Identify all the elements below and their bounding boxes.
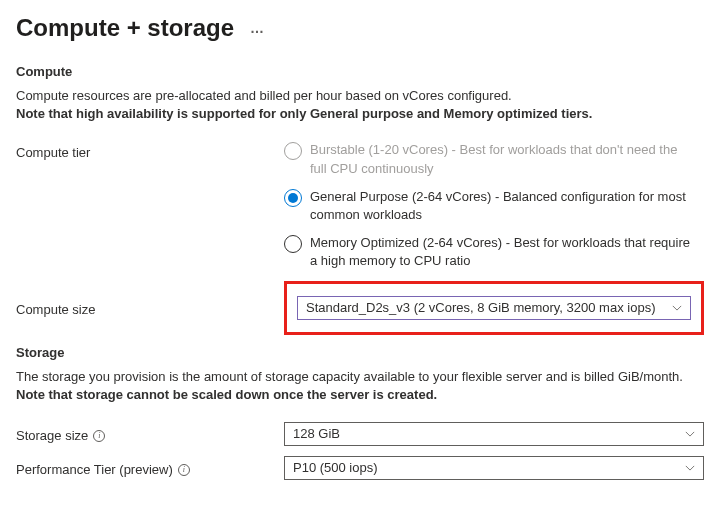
- compute-size-dropdown[interactable]: Standard_D2s_v3 (2 vCores, 8 GiB memory,…: [297, 296, 691, 320]
- compute-tier-memory[interactable]: Memory Optimized (2-64 vCores) - Best fo…: [284, 234, 704, 270]
- storage-heading: Storage: [16, 345, 704, 360]
- radio-label: General Purpose (2-64 vCores) - Balanced…: [310, 188, 704, 224]
- chevron-down-icon: [685, 463, 695, 473]
- page-title-text: Compute + storage: [16, 14, 234, 42]
- info-icon[interactable]: i: [178, 464, 190, 476]
- page-title: Compute + storage …: [16, 14, 704, 42]
- storage-size-row: Storage size i 128 GiB: [16, 422, 704, 446]
- radio-icon: [284, 235, 302, 253]
- radio-icon: [284, 142, 302, 160]
- more-actions-ellipsis[interactable]: …: [250, 20, 266, 36]
- performance-tier-value: P10 (500 iops): [293, 460, 378, 475]
- compute-tier-general[interactable]: General Purpose (2-64 vCores) - Balanced…: [284, 188, 704, 224]
- compute-tier-label: Compute tier: [16, 141, 284, 160]
- compute-size-highlight: Standard_D2s_v3 (2 vCores, 8 GiB memory,…: [284, 281, 704, 335]
- storage-desc-line1: The storage you provision is the amount …: [16, 369, 683, 384]
- performance-tier-label-text: Performance Tier (preview): [16, 462, 173, 477]
- radio-label: Burstable (1-20 vCores) - Best for workl…: [310, 141, 704, 177]
- performance-tier-dropdown[interactable]: P10 (500 iops): [284, 456, 704, 480]
- compute-section: Compute Compute resources are pre-alloca…: [16, 64, 704, 335]
- storage-size-dropdown[interactable]: 128 GiB: [284, 422, 704, 446]
- storage-section: Storage The storage you provision is the…: [16, 345, 704, 480]
- radio-label: Memory Optimized (2-64 vCores) - Best fo…: [310, 234, 704, 270]
- compute-size-label: Compute size: [16, 298, 284, 317]
- compute-tier-radio-group: Burstable (1-20 vCores) - Best for workl…: [284, 141, 704, 270]
- storage-size-value: 128 GiB: [293, 426, 340, 441]
- compute-tier-burstable: Burstable (1-20 vCores) - Best for workl…: [284, 141, 704, 177]
- storage-size-label: Storage size i: [16, 424, 284, 443]
- performance-tier-label: Performance Tier (preview) i: [16, 458, 284, 477]
- compute-heading: Compute: [16, 64, 704, 79]
- compute-size-row: Compute size Standard_D2s_v3 (2 vCores, …: [16, 281, 704, 335]
- compute-description: Compute resources are pre-allocated and …: [16, 87, 704, 123]
- storage-description: The storage you provision is the amount …: [16, 368, 704, 404]
- chevron-down-icon: [672, 303, 682, 313]
- storage-desc-line2: Note that storage cannot be scaled down …: [16, 387, 437, 402]
- storage-size-label-text: Storage size: [16, 428, 88, 443]
- chevron-down-icon: [685, 429, 695, 439]
- performance-tier-row: Performance Tier (preview) i P10 (500 io…: [16, 456, 704, 480]
- compute-desc-line1: Compute resources are pre-allocated and …: [16, 88, 512, 103]
- info-icon[interactable]: i: [93, 430, 105, 442]
- compute-desc-line2: Note that high availability is supported…: [16, 106, 592, 121]
- radio-icon: [284, 189, 302, 207]
- compute-size-value: Standard_D2s_v3 (2 vCores, 8 GiB memory,…: [306, 300, 655, 315]
- compute-tier-row: Compute tier Burstable (1-20 vCores) - B…: [16, 141, 704, 270]
